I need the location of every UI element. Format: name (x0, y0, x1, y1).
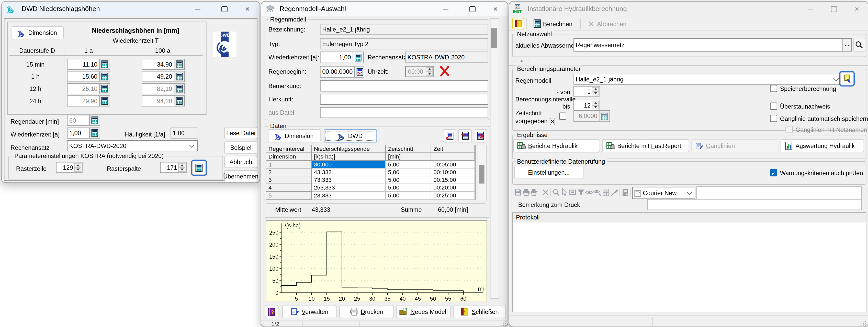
bis-spinner[interactable]: 12 (574, 100, 600, 110)
row-header[interactable]: 4 (266, 184, 312, 192)
wiederkehrzeit-field[interactable]: 1,00 (67, 128, 100, 139)
row-header[interactable]: 5 (266, 192, 312, 199)
font-combobox[interactable]: TrCourier New (632, 187, 695, 199)
titlebar[interactable]: Instationäre Hydraulikberechnung × (509, 2, 868, 16)
table-cell[interactable]: 00:15:00 (431, 176, 475, 184)
calculator-icon[interactable] (352, 52, 363, 63)
uebernehmen-button[interactable]: Übernehmen (224, 170, 257, 183)
von-spinner[interactable]: 1 (574, 86, 600, 97)
regenbeginn-field[interactable]: 00.00.0000 (320, 66, 364, 78)
regenintervall-table[interactable]: Regenintervall Niederschlagsspende Zeits… (266, 145, 475, 200)
resize-grip[interactable] (861, 320, 866, 326)
ganglinie-speichern-checkbox[interactable] (770, 115, 777, 122)
bemerkung-field[interactable] (320, 80, 488, 91)
value-1h-1a[interactable]: 15,60 (67, 71, 110, 82)
table-cell[interactable]: 43,333 (312, 168, 386, 176)
table-cell[interactable]: 5,00 (386, 184, 431, 192)
maximize-icon[interactable] (823, 2, 845, 16)
calculator-icon[interactable] (174, 72, 184, 81)
wiederkehrzeit-field[interactable]: 1,00 (320, 52, 364, 63)
table-cell[interactable]: 00:25:00 (431, 192, 475, 199)
dwd-button[interactable]: DWD (324, 129, 377, 142)
calendar-icon[interactable] (354, 66, 365, 77)
dimension-button[interactable]: Dimension (11, 26, 64, 39)
clear-time-icon[interactable] (438, 65, 451, 77)
table-cell[interactable]: 5,00 (386, 192, 431, 199)
table-cell[interactable]: 5,00 (386, 168, 431, 176)
spin-down-icon[interactable] (178, 167, 185, 172)
scrollbar-thumb[interactable] (491, 28, 497, 48)
browse-button[interactable]: ... (842, 38, 852, 52)
row-header[interactable]: 1 (266, 161, 312, 168)
row-header[interactable]: 3 (266, 176, 312, 184)
dimension-button[interactable]: Dimension (268, 129, 320, 142)
rasterzeile-spinner[interactable]: 129 (56, 162, 83, 173)
ueberstaunachweis-checkbox[interactable] (770, 103, 777, 110)
value-1h-100a[interactable]: 49,20 (142, 71, 185, 82)
delete-row-button[interactable] (474, 129, 487, 142)
calculator-icon[interactable] (89, 128, 100, 138)
close-icon[interactable]: × (846, 2, 868, 16)
form-scrollbar[interactable] (490, 18, 499, 299)
value-15min-1a[interactable]: 11,10 (67, 59, 110, 70)
calculator-icon[interactable] (174, 59, 184, 70)
auswertung-hydraulik-button[interactable]: Auswertung Hydraulik (781, 139, 864, 152)
minimize-icon[interactable] (435, 2, 457, 16)
lese-datei-button[interactable]: Lese Datei (224, 127, 257, 139)
berichte-hydraulik-button[interactable]: Berichte Hydraulik (513, 139, 600, 152)
spin-up-icon[interactable] (592, 87, 599, 91)
schliessen-button[interactable]: Schließen (453, 305, 506, 318)
spin-up-icon[interactable] (74, 163, 81, 167)
calculator-icon[interactable] (99, 59, 110, 70)
minimize-icon[interactable] (800, 2, 822, 16)
abwassernetz-field[interactable]: Regenwassernetz (574, 38, 843, 52)
verwalten-button[interactable]: Verwalten (282, 305, 337, 318)
edit-regenmodell-button[interactable] (840, 72, 854, 85)
search-network-button[interactable] (853, 38, 865, 52)
herkunft-field[interactable] (320, 94, 488, 105)
table-cell[interactable]: 5,00 (386, 161, 431, 168)
import-row-button[interactable] (458, 129, 472, 142)
berichte-fastreport-button[interactable]: Berichte mit FastReport (602, 139, 689, 152)
calculator-icon[interactable] (99, 84, 110, 94)
zeitschritt-checkbox[interactable] (559, 113, 566, 120)
protokoll-log-area[interactable] (513, 222, 866, 311)
value-15min-100a[interactable]: 34,90 (142, 59, 185, 70)
resize-grip[interactable] (501, 321, 507, 327)
calculator-icon[interactable] (99, 72, 110, 81)
export-row-button[interactable] (443, 129, 456, 142)
spin-down-icon[interactable] (74, 167, 81, 172)
table-cell[interactable]: 23,333 (312, 192, 386, 199)
table-cell[interactable]: 00:05:00 (431, 161, 475, 168)
neues-modell-button[interactable]: Neues Modell (396, 305, 451, 318)
spin-down-icon[interactable] (592, 105, 599, 109)
maximize-icon[interactable] (461, 2, 484, 16)
close-icon[interactable]: × (485, 2, 507, 16)
table-cell[interactable]: 30,000 (312, 161, 386, 168)
exit-button[interactable] (512, 18, 524, 29)
calculator-icon[interactable] (174, 84, 184, 94)
abbruch-button[interactable]: Abbruch (224, 156, 257, 168)
berechnen-button[interactable]: Berechnen (529, 18, 578, 29)
spin-down-icon[interactable] (592, 91, 599, 95)
maximize-icon[interactable] (213, 2, 236, 16)
table-cell[interactable]: 253,333 (312, 184, 386, 192)
spin-up-icon[interactable] (592, 101, 599, 105)
drucken-button[interactable]: Drucken (339, 305, 394, 318)
table-cell[interactable]: 73,333 (312, 176, 386, 184)
bezeichnung-field[interactable]: Halle_e2_1-jährig (320, 24, 488, 35)
scrollbar-thumb[interactable] (479, 165, 485, 184)
row-header[interactable]: 2 (266, 168, 312, 176)
minimize-icon[interactable] (187, 2, 209, 16)
kostra-calculate-button[interactable] (192, 161, 206, 175)
bemerkung-druck-field[interactable] (647, 199, 862, 210)
warnungskriterien-checkbox[interactable]: ✓ (770, 169, 777, 176)
beispiel-button[interactable]: Beispiel (224, 141, 257, 154)
spin-up-icon[interactable] (178, 163, 185, 167)
rechenansatz-dropdown[interactable]: KOSTRA-DWD-2020 (67, 140, 198, 151)
calculator-icon[interactable] (89, 115, 100, 125)
calculator-icon[interactable] (99, 96, 110, 106)
table-cell[interactable]: 00:20:00 (431, 184, 475, 192)
speicherberechnung-checkbox[interactable] (770, 85, 777, 92)
titlebar[interactable]: DWD Niederschlagshöhen × (2, 2, 259, 16)
